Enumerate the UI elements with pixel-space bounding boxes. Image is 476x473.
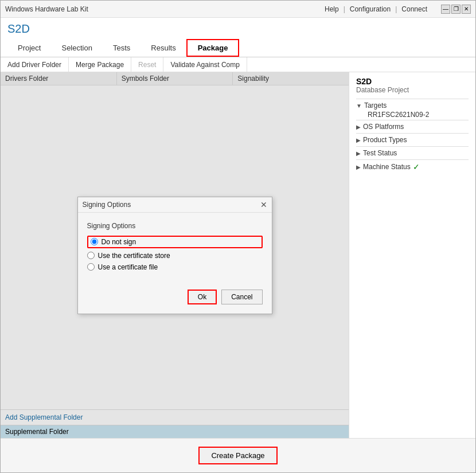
tab-tests[interactable]: Tests (103, 39, 141, 57)
right-panel-title: S2D (356, 77, 469, 86)
create-package-button[interactable]: Create Package (198, 447, 277, 464)
cert-file-radio[interactable] (87, 263, 95, 271)
cert-store-radio[interactable] (87, 252, 95, 259)
cert-store-label: Use the certificate store (98, 252, 170, 260)
targets-arrow-icon[interactable]: ▼ (356, 103, 362, 109)
right-panel-subtitle: Database Project (356, 86, 469, 94)
os-platforms-label: OS Platforms (363, 123, 404, 131)
configuration-link[interactable]: Configuration (350, 5, 391, 13)
app-header: S2D Project Selection Tests Results Pack… (1, 18, 475, 57)
toolbar: Add Driver Folder Merge Package Reset Va… (1, 57, 475, 72)
tree-separator-1 (356, 99, 469, 99)
tree-separator-4 (356, 146, 469, 147)
do-not-sign-radio[interactable] (91, 238, 98, 245)
modal-footer: Ok Cancel (78, 284, 272, 314)
title-bar: Windows Hardware Lab Kit Help | Configur… (1, 1, 475, 18)
signing-options-label: Signing Options (87, 222, 263, 230)
app-title: Windows Hardware Lab Kit (5, 5, 88, 13)
tree-targets: ▼ Targets (356, 100, 469, 111)
help-link[interactable]: Help (325, 5, 339, 13)
target-value: RR1FSC2621N09-2 (368, 111, 429, 119)
cancel-button[interactable]: Cancel (221, 290, 262, 304)
window-controls: — ❐ ✕ (441, 5, 471, 14)
test-status-label: Test Status (363, 149, 397, 157)
cert-file-option: Use a certificate file (87, 263, 263, 271)
tab-results[interactable]: Results (141, 39, 186, 57)
test-status-arrow-icon[interactable]: ▶ (356, 150, 361, 157)
close-button[interactable]: ✕ (462, 5, 471, 14)
do-not-sign-option: Do not sign (87, 236, 263, 248)
restore-button[interactable]: ❐ (451, 5, 461, 14)
modal-overlay: Signing Options ✕ Signing Options Do not… (1, 72, 349, 438)
tree-separator-5 (356, 159, 469, 160)
app-name: S2D (7, 22, 469, 36)
ok-button[interactable]: Ok (188, 290, 217, 304)
do-not-sign-label: Do not sign (102, 238, 136, 246)
modal-body: Signing Options Do not sign Use the cert… (78, 213, 272, 284)
tree-separator-2 (356, 120, 469, 120)
product-types-arrow-icon[interactable]: ▶ (356, 137, 361, 143)
modal-titlebar: Signing Options ✕ (78, 197, 272, 213)
left-panel: Drivers Folder Symbols Folder Signabilit… (1, 72, 349, 438)
tree-os-platforms: ▶ OS Platforms (356, 122, 469, 132)
merge-package-button[interactable]: Merge Package (69, 57, 131, 72)
os-platforms-arrow-icon[interactable]: ▶ (356, 124, 361, 130)
main-content: Drivers Folder Symbols Folder Signabilit… (1, 72, 475, 438)
tab-project[interactable]: Project (7, 39, 51, 57)
machine-status-label: Machine Status (363, 163, 411, 171)
add-driver-folder-button[interactable]: Add Driver Folder (1, 57, 69, 72)
main-window: Windows Hardware Lab Kit Help | Configur… (0, 0, 476, 473)
tree-separator-3 (356, 133, 469, 134)
minimize-button[interactable]: — (441, 5, 450, 14)
right-panel: S2D Database Project ▼ Targets RR1FSC262… (349, 72, 475, 438)
modal-close-button[interactable]: ✕ (260, 201, 267, 209)
validate-against-comp-button[interactable]: Validate Against Comp (163, 57, 247, 72)
modal-title-label: Signing Options (83, 201, 131, 209)
product-types-label: Product Types (363, 136, 407, 144)
machine-status-arrow-icon[interactable]: ▶ (356, 164, 361, 170)
tree-product-types: ▶ Product Types (356, 135, 469, 145)
cert-file-label: Use a certificate file (98, 263, 158, 271)
connect-link[interactable]: Connect (401, 5, 427, 13)
tab-selection[interactable]: Selection (51, 39, 102, 57)
targets-label: Targets (364, 101, 387, 110)
tab-package[interactable]: Package (186, 39, 240, 57)
title-bar-menu: Help | Configuration | Connect — ❐ ✕ (325, 5, 471, 14)
bottom-area: Create Package (1, 438, 475, 472)
tree-targets-child: RR1FSC2621N09-2 (356, 111, 469, 119)
machine-status-checkmark-icon: ✓ (413, 162, 420, 171)
tree-machine-status: ▶ Machine Status ✓ (356, 161, 469, 173)
cert-store-option: Use the certificate store (87, 252, 263, 260)
signing-options-dialog: Signing Options ✕ Signing Options Do not… (77, 197, 272, 314)
nav-tabs: Project Selection Tests Results Package (7, 39, 469, 57)
tree-test-status: ▶ Test Status (356, 148, 469, 158)
reset-button[interactable]: Reset (131, 57, 163, 72)
